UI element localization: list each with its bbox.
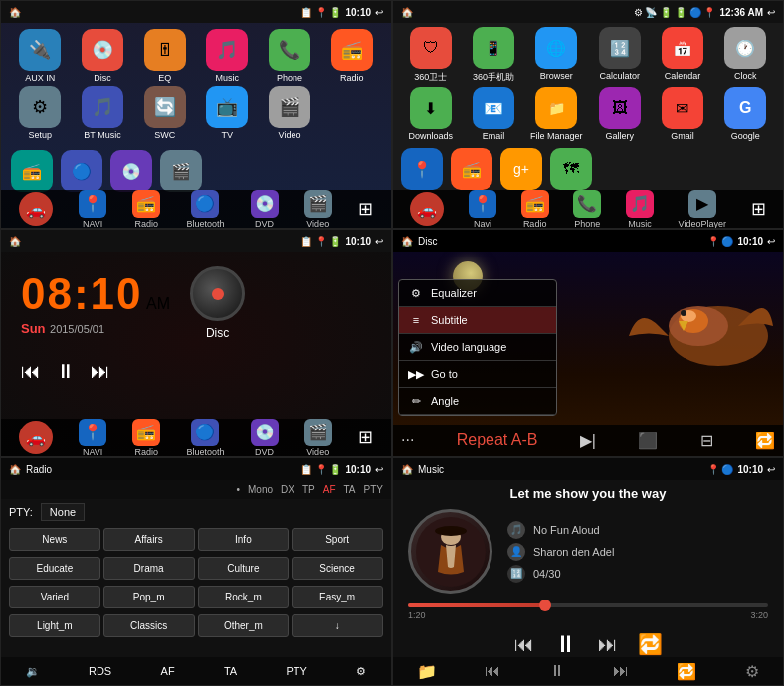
radio-btn-culture[interactable]: Culture: [198, 557, 290, 580]
radio-btn-rockm[interactable]: Rock_m: [198, 586, 290, 608]
rds-btn[interactable]: RDS: [89, 665, 111, 677]
app-disc[interactable]: 💿 Disc: [74, 29, 132, 83]
app-tv[interactable]: 📺 TV: [198, 86, 257, 140]
app-radio[interactable]: 📻 Radio: [322, 29, 381, 83]
dvd-repeat-btn[interactable]: 🔁: [755, 431, 775, 450]
radio-btn-lightm[interactable]: Light_m: [9, 614, 100, 637]
app-email-p2[interactable]: 📧 Email: [464, 87, 522, 141]
play-button-p3[interactable]: ⏸: [56, 360, 76, 383]
next-btn-bottom[interactable]: ⏭: [613, 662, 629, 680]
radio-btn-news[interactable]: News: [9, 528, 100, 551]
app-phone[interactable]: 📞 Phone: [261, 29, 319, 83]
radio-btn-science[interactable]: Science: [292, 557, 383, 580]
radio-btn-down[interactable]: ↓: [292, 614, 383, 637]
settings-icon[interactable]: ⚙: [356, 665, 366, 678]
prev-btn-bottom[interactable]: ⏮: [485, 662, 500, 680]
radio-btn-classics[interactable]: Classics: [103, 614, 195, 637]
nav-navi-p3[interactable]: 📍 NAVI: [79, 419, 106, 457]
settings-btn-bottom[interactable]: ⚙: [745, 662, 759, 681]
app-music[interactable]: 🎵 Music: [198, 29, 257, 83]
radio-btn-drama[interactable]: Drama: [103, 557, 195, 580]
nav-radio-p1[interactable]: 📻 Radio: [132, 190, 160, 229]
app-auxin[interactable]: 🔌 AUX IN: [11, 29, 70, 83]
app-fm2-p2[interactable]: 📻: [451, 148, 492, 190]
dvd-menu-btn[interactable]: ⊟: [700, 431, 713, 450]
menu-item-goto[interactable]: ▶▶ Go to: [399, 361, 556, 388]
app-video[interactable]: 🎬 Video: [261, 86, 319, 140]
radio-btn-popm[interactable]: Pop_m: [103, 586, 195, 608]
nav-bt-p1[interactable]: 🔵 Bluetooth: [186, 190, 224, 229]
active-car-icon[interactable]: 🚗: [19, 192, 53, 226]
ta-btn[interactable]: TA: [224, 665, 237, 677]
app-video2-p1[interactable]: 🎬: [160, 150, 202, 192]
app-google-p2[interactable]: G Google: [716, 87, 775, 141]
nav-bt-p3[interactable]: 🔵 Bluetooth: [186, 419, 224, 457]
app-btmusic[interactable]: 🎵 BT Music: [74, 86, 132, 140]
nav-navi-p2[interactable]: 📍 Navi: [469, 190, 496, 229]
nav-radio-p3[interactable]: 📻 Radio: [132, 419, 160, 457]
prev-button-p6[interactable]: ⏮: [514, 633, 534, 656]
app-gmail-p2[interactable]: ✉ Gmail: [653, 87, 711, 141]
app-calc-p2[interactable]: 🔢 Calculator: [590, 27, 649, 84]
back-icon-p2[interactable]: ↩: [767, 7, 775, 18]
menu-item-videolang[interactable]: 🔊 Video language: [399, 334, 556, 361]
app-disc2-p1[interactable]: 💿: [110, 150, 152, 192]
radio-btn-educate[interactable]: Educate: [9, 557, 100, 580]
app-gallery-p2[interactable]: 🖼 Gallery: [590, 87, 649, 141]
play-btn-bottom[interactable]: ⏸: [549, 662, 565, 680]
app-gset-p2[interactable]: g+: [500, 148, 542, 190]
app-swc[interactable]: 🔄 SWC: [135, 86, 194, 140]
active-car-icon-p2[interactable]: 🚗: [410, 192, 444, 226]
dvd-stop-btn[interactable]: ⬛: [638, 431, 658, 450]
progress-bar[interactable]: [408, 603, 768, 607]
app-360a-p2[interactable]: 📱 360手机助: [464, 27, 522, 84]
nav-dvd-p1[interactable]: 💿 DVD: [251, 190, 279, 229]
radio-btn-easym[interactable]: Easy_m: [292, 586, 383, 608]
nav-navi-p1[interactable]: 📍 NAVI: [79, 190, 106, 229]
app-maps-p2[interactable]: 🗺: [550, 148, 592, 190]
app-setup[interactable]: ⚙ Setup: [11, 86, 70, 140]
grid-icon-p3[interactable]: ⊞: [358, 427, 373, 448]
nav-phone-p2[interactable]: 📞 Phone: [573, 190, 601, 229]
active-car-icon-p3[interactable]: 🚗: [19, 421, 53, 454]
app-clock-p2[interactable]: 🕐 Clock: [716, 27, 775, 84]
loop-btn-bottom[interactable]: 🔁: [677, 662, 696, 681]
nav-video-p3[interactable]: 🎬 Video: [304, 419, 332, 457]
back-icon-p4[interactable]: ↩: [767, 236, 775, 247]
dvd-more-btn[interactable]: ···: [401, 431, 414, 449]
back-icon-p1[interactable]: ↩: [375, 7, 383, 18]
nav-radio-p2[interactable]: 📻 Radio: [521, 190, 549, 229]
radio-btn-varied[interactable]: Varied: [9, 586, 100, 608]
nav-dvd-p3[interactable]: 💿 DVD: [251, 419, 279, 457]
repeat-button-p6[interactable]: 🔁: [638, 632, 663, 656]
grid-icon-p1[interactable]: ⊞: [358, 198, 373, 220]
next-button-p3[interactable]: ⏭: [91, 360, 110, 383]
app-dl-p2[interactable]: ⬇ Downloads: [401, 87, 460, 141]
radio-btn-otherm[interactable]: Other_m: [198, 614, 290, 637]
app-cal-p2[interactable]: 📅 Calendar: [653, 27, 711, 84]
vol-icon[interactable]: 🔉: [26, 665, 40, 678]
nav-vp-p2[interactable]: ▶ VideoPlayer: [679, 190, 726, 229]
next-button-p6[interactable]: ⏭: [598, 633, 618, 656]
app-browser-p2[interactable]: 🌐 Browser: [527, 27, 586, 84]
menu-item-angle[interactable]: ✏ Angle: [399, 388, 556, 415]
menu-item-equalizer[interactable]: ⚙ Equalizer: [399, 280, 556, 307]
app-fm-p1[interactable]: 📻: [11, 150, 53, 192]
back-icon-p6[interactable]: ↩: [767, 464, 775, 475]
back-icon-p3[interactable]: ↩: [375, 236, 383, 247]
app-bt-p1[interactable]: 🔵: [61, 150, 102, 192]
back-icon-p5[interactable]: ↩: [375, 464, 383, 475]
app-eq[interactable]: 🎚 EQ: [135, 29, 194, 83]
app-360-p2[interactable]: 🛡 360卫士: [401, 27, 460, 84]
app-navi-p2[interactable]: 📍: [401, 148, 443, 190]
progress-thumb[interactable]: [539, 600, 551, 611]
prev-button-p3[interactable]: ⏮: [21, 360, 41, 383]
radio-btn-affairs[interactable]: Affairs: [103, 528, 195, 551]
play-button-p6[interactable]: ⏸: [554, 630, 578, 658]
radio-btn-sport[interactable]: Sport: [292, 528, 383, 551]
nav-music-p2[interactable]: 🎵 Music: [626, 190, 654, 229]
radio-btn-info[interactable]: Info: [198, 528, 290, 551]
folder-icon[interactable]: 📁: [417, 662, 437, 681]
af-btn[interactable]: AF: [161, 665, 175, 677]
app-fm-p2[interactable]: 📁 File Manager: [527, 87, 586, 141]
